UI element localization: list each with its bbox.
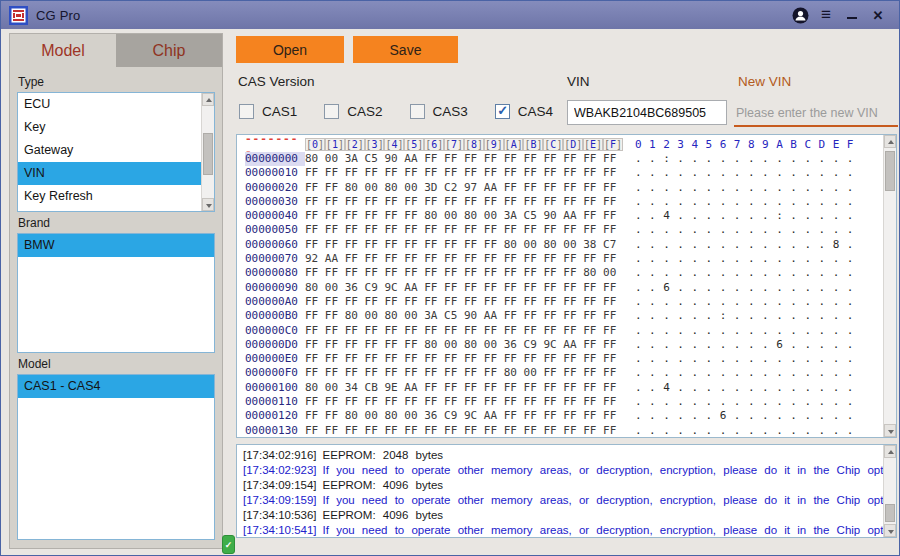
model-label: Model: [18, 357, 214, 371]
status-check-icon: [222, 535, 235, 554]
hex-bytes[interactable]: FF FF FF FF FF FF 80 00 80 00 36 C9 9C A…: [305, 338, 623, 352]
hex-column-header: C: [543, 138, 563, 151]
hex-viewer: -------- 0123456789ABCDEF 0123456789ABCD…: [236, 134, 897, 438]
hex-bytes[interactable]: FF FF FF FF FF FF 80 00 80 00 3A C5 90 A…: [305, 209, 623, 223]
hex-scrollbar[interactable]: [883, 135, 896, 437]
hex-bytes[interactable]: FF FF FF FF FF FF FF FF FF FF FF FF FF F…: [305, 324, 623, 338]
save-button[interactable]: Save: [353, 36, 458, 63]
hex-address[interactable]: 00000050: [245, 223, 305, 237]
list-item[interactable]: Key: [18, 116, 201, 139]
scroll-thumb[interactable]: [885, 504, 895, 522]
checkbox-icon[interactable]: [239, 104, 254, 119]
hex-bytes[interactable]: FF FF FF FF FF FF FF FF FF FF FF FF FF F…: [305, 395, 623, 409]
sidebar-tabs: Model Chip: [10, 34, 222, 67]
hex-address[interactable]: 00000130: [245, 424, 305, 438]
hex-bytes[interactable]: FF FF FF FF FF FF FF FF FF FF FF FF FF F…: [305, 424, 623, 438]
hex-bytes[interactable]: FF FF FF FF FF FF FF FF FF FF FF FF FF F…: [305, 195, 623, 209]
hex-bytes[interactable]: FF FF 80 00 80 00 3A C5 90 AA FF FF FF F…: [305, 309, 623, 323]
hex-address[interactable]: 000000B0: [245, 309, 305, 323]
list-item-label: VIN: [24, 166, 45, 180]
list-item[interactable]: BMW: [18, 234, 214, 257]
hex-address[interactable]: 00000100: [245, 381, 305, 395]
cas-checkbox[interactable]: CAS4: [495, 104, 553, 119]
cas-checkbox[interactable]: CAS1: [239, 104, 297, 119]
minimize-icon[interactable]: [839, 4, 865, 26]
hex-address[interactable]: 000000E0: [245, 352, 305, 366]
list-item[interactable]: Key Refresh: [18, 185, 201, 208]
hex-bytes[interactable]: FF FF FF FF FF FF FF FF FF FF FF FF FF F…: [305, 352, 623, 366]
hex-address[interactable]: 000000A0: [245, 295, 305, 309]
hex-rows: 00000000 80 00 3A C5 90 AA FF FF FF FF F…: [245, 152, 883, 438]
hex-bytes[interactable]: 80 00 34 CB 9E AA FF FF FF FF FF FF FF F…: [305, 381, 623, 395]
vin-input[interactable]: [567, 100, 727, 125]
type-scrollbar[interactable]: [201, 93, 214, 211]
hex-column-header: 8: [464, 138, 484, 151]
checkbox-icon[interactable]: [495, 104, 510, 119]
list-item-label: ECU: [24, 97, 50, 111]
cas-checkbox[interactable]: CAS3: [410, 104, 468, 119]
hex-address[interactable]: 00000030: [245, 195, 305, 209]
hex-address[interactable]: 00000110: [245, 395, 305, 409]
hex-bytes[interactable]: FF FF FF FF FF FF FF FF FF FF FF FF FF F…: [305, 223, 623, 237]
hex-ascii: ..4.......:.....: [635, 209, 861, 223]
menu-icon[interactable]: [813, 4, 839, 26]
hex-address[interactable]: 00000120: [245, 409, 305, 423]
hex-address[interactable]: 00000090: [245, 281, 305, 295]
checkbox-label: CAS4: [518, 104, 553, 119]
checkbox-icon[interactable]: [410, 104, 425, 119]
hex-address[interactable]: 00000020: [245, 181, 305, 195]
list-item[interactable]: VIN: [18, 162, 201, 185]
hex-column-header: 3: [365, 138, 385, 151]
scroll-down-icon[interactable]: [884, 524, 896, 537]
hex-bytes[interactable]: FF FF FF FF FF FF FF FF FF FF 80 00 80 0…: [305, 238, 623, 252]
close-icon[interactable]: [865, 4, 891, 26]
hex-bytes[interactable]: 80 00 36 C9 9C AA FF FF FF FF FF FF FF F…: [305, 281, 623, 295]
ascii-column-headers: 0123456789ABCDEF: [635, 138, 861, 151]
hex-bytes[interactable]: FF FF FF FF FF FF FF FF FF FF FF FF FF F…: [305, 266, 623, 280]
hex-address[interactable]: 000000C0: [245, 324, 305, 338]
new-vin-input[interactable]: [734, 100, 898, 127]
sidebar-tab[interactable]: Model: [10, 34, 116, 67]
account-icon[interactable]: [787, 4, 813, 26]
hex-address[interactable]: 00000070: [245, 252, 305, 266]
hex-bytes[interactable]: FF FF FF FF FF FF FF FF FF FF FF FF FF F…: [305, 166, 623, 180]
hex-address[interactable]: 000000F0: [245, 366, 305, 380]
hex-bytes[interactable]: FF FF 80 00 80 00 3D C2 97 AA FF FF FF F…: [305, 181, 623, 195]
scroll-up-icon[interactable]: [202, 93, 214, 106]
hex-address[interactable]: 00000000: [245, 152, 305, 166]
hex-ascii: ................: [635, 366, 861, 380]
hex-row: 000000E0 FF FF FF FF FF FF FF FF FF FF F…: [245, 352, 883, 366]
list-item[interactable]: Gateway: [18, 139, 201, 162]
hex-bytes[interactable]: 92 AA FF FF FF FF FF FF FF FF FF FF FF F…: [305, 252, 623, 266]
scroll-thumb[interactable]: [885, 151, 895, 191]
hex-address[interactable]: 00000060: [245, 238, 305, 252]
scroll-up-icon[interactable]: [884, 135, 896, 148]
hex-bytes[interactable]: FF FF FF FF FF FF FF FF FF FF 80 00 FF F…: [305, 366, 623, 380]
hex-bytes[interactable]: FF FF FF FF FF FF FF FF FF FF FF FF FF F…: [305, 295, 623, 309]
scroll-up-icon[interactable]: [884, 445, 896, 458]
hex-row: 00000000 80 00 3A C5 90 AA FF FF FF FF F…: [245, 152, 883, 166]
hex-address[interactable]: 00000080: [245, 266, 305, 280]
hex-column-header: B: [523, 138, 543, 151]
hex-column-header: A: [504, 138, 524, 151]
hex-column-header: E: [583, 138, 603, 151]
hex-address[interactable]: 000000D0: [245, 338, 305, 352]
hex-row: 000000B0 FF FF 80 00 80 00 3A C5 90 AA F…: [245, 309, 883, 323]
cas-checkbox[interactable]: CAS2: [324, 104, 382, 119]
hex-address[interactable]: 00000040: [245, 209, 305, 223]
open-button[interactable]: Open: [236, 36, 344, 63]
hex-bytes[interactable]: FF FF 80 00 80 00 36 C9 9C AA FF FF FF F…: [305, 409, 623, 423]
hex-column-header: 1: [325, 138, 345, 151]
hex-address[interactable]: 00000010: [245, 166, 305, 180]
hex-row: 000000A0 FF FF FF FF FF FF FF FF FF FF F…: [245, 295, 883, 309]
list-item[interactable]: CAS1 - CAS4: [18, 375, 214, 398]
hex-bytes[interactable]: 80 00 3A C5 90 AA FF FF FF FF FF FF FF F…: [305, 152, 623, 166]
list-item[interactable]: ECU: [18, 93, 201, 116]
scroll-thumb[interactable]: [203, 133, 213, 175]
log-scrollbar[interactable]: [883, 445, 896, 537]
sidebar-tab[interactable]: Chip: [116, 34, 222, 67]
scroll-down-icon[interactable]: [884, 424, 896, 437]
scroll-down-icon[interactable]: [202, 198, 214, 211]
checkbox-icon[interactable]: [324, 104, 339, 119]
checkbox-label: CAS1: [262, 104, 297, 119]
